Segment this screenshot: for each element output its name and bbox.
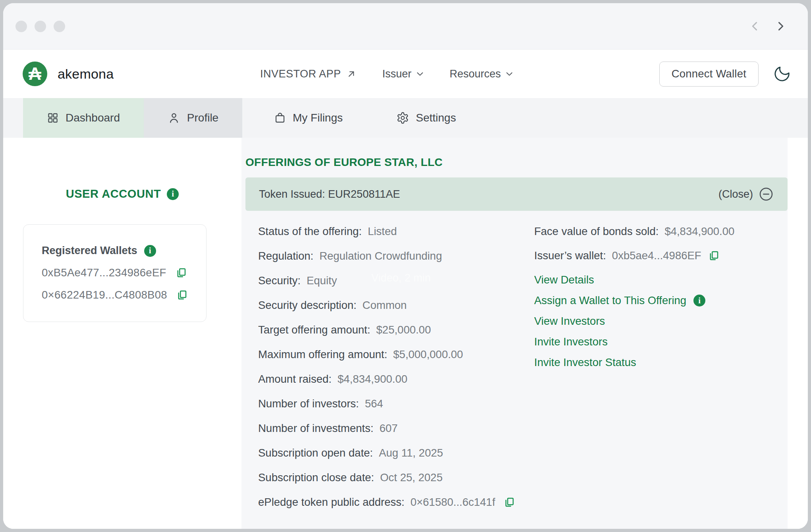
detail-label: ePledge token public address: [258, 496, 404, 509]
offering-panel: OFFERINGS OF EUROPE STAR, LLC Token Issu… [241, 138, 788, 529]
copy-icon[interactable] [503, 496, 515, 508]
detail-row: Regulation: Regulation Crowdfunding [258, 250, 534, 262]
logo-glyph: ₳ [29, 65, 41, 83]
detail-row: Maximum offering amount: $5,000,000.00 [258, 349, 534, 360]
chevron-down-icon [506, 72, 513, 76]
sidebar: USER ACCOUNT Registered Wallets 0xB5Ae47… [3, 138, 241, 529]
detail-value: 564 [365, 397, 383, 410]
detail-label: Number of investors: [258, 397, 359, 410]
nav-issuer-label: Issuer [382, 68, 412, 80]
details-column: Status of the offering: Listed Regulatio… [258, 226, 534, 521]
info-icon[interactable] [144, 245, 156, 257]
detail-label: Subscription open date: [258, 447, 373, 459]
tab-settings[interactable]: Settings [396, 98, 456, 138]
nav-issuer[interactable]: Issuer [382, 68, 424, 80]
detail-label: Security: [258, 274, 301, 287]
tab-bar: Dashboard Profile My Filings Settings [3, 98, 808, 138]
tab-my-filings[interactable]: My Filings [274, 98, 343, 138]
detail-row: Security description: Common [258, 299, 534, 311]
detail-value: $25,000.00 [376, 324, 431, 336]
detail-value: 0×61580...6c141f [410, 496, 495, 509]
detail-value: $5,000,000.00 [393, 348, 463, 361]
scroll-gutter[interactable] [788, 138, 808, 529]
header-nav: INVESTOR APP Issuer Resources [260, 68, 513, 80]
action-link-row: View Investors [534, 315, 788, 327]
registered-wallets-card: Registered Wallets 0xB5Ae477...234986eEF [23, 224, 207, 322]
detail-value: Equity [307, 274, 337, 287]
detail-value: 607 [379, 422, 398, 435]
detail-label: Amount raised: [258, 373, 332, 386]
detail-row: Security: Equity [258, 275, 534, 287]
detail-value: $4,834,900.00 [338, 373, 407, 386]
chevron-down-icon [417, 72, 423, 76]
detail-label: Security description: [258, 299, 357, 312]
detail-value: Aug 11, 2025 [379, 447, 443, 459]
action-link[interactable]: Invite Investor Status [534, 356, 636, 369]
close-label: (Close) [718, 188, 753, 200]
face-value-label: Face value of bonds sold: [534, 225, 658, 238]
dark-mode-toggle-moon-icon[interactable] [773, 65, 791, 83]
user-account-heading-label: USER ACCOUNT [66, 187, 161, 200]
app-header: ₳ akemona INVESTOR APP Issuer Resources [3, 50, 808, 98]
minus-circle-icon [758, 186, 774, 202]
offering-actions: View Details Assign a Wallet to This Off… [534, 274, 788, 368]
nav-resources-label: Resources [450, 68, 501, 80]
connect-wallet-button[interactable]: Connect Wallet [659, 62, 759, 87]
browser-forward-icon[interactable] [774, 19, 787, 33]
grid-icon [47, 112, 59, 124]
detail-label: Maximum offering amount: [258, 348, 387, 361]
detail-row: Number of investments: 607 [258, 422, 534, 434]
nav-resources[interactable]: Resources [450, 68, 513, 80]
wallet-row: 0xB5Ae477...234986eEF [42, 266, 194, 279]
detail-row: ePledge token public address: 0×61580...… [258, 496, 534, 508]
copy-icon[interactable] [175, 267, 187, 279]
wallet-address: 0xB5Ae477...234986eEF [42, 266, 166, 279]
tab-dashboard[interactable]: Dashboard [23, 98, 144, 138]
registered-wallets-title-label: Registered Wallets [42, 245, 137, 257]
info-icon[interactable] [167, 188, 179, 200]
detail-row: Subscription open date: Aug 11, 2025 [258, 447, 534, 459]
registered-wallets-title: Registered Wallets [42, 245, 194, 257]
issuer-wallet-address: 0xb5ae4...4986EF [612, 249, 701, 262]
detail-row: Subscription close date: Oct 25, 2025 [258, 472, 534, 484]
detail-value: Oct 25, 2025 [380, 471, 442, 484]
copy-icon[interactable] [708, 250, 720, 262]
tab-my-filings-label: My Filings [293, 112, 343, 124]
tab-profile-label: Profile [187, 112, 218, 124]
copy-icon[interactable] [176, 289, 188, 301]
user-icon [168, 112, 180, 124]
tab-settings-label: Settings [416, 112, 456, 124]
action-link-row: Invite Investor Status [534, 357, 788, 368]
detail-value: Regulation Crowdfunding [319, 250, 442, 262]
wallet-row: 0×66224B19...C4808B08 [42, 289, 194, 301]
content-area: USER ACCOUNT Registered Wallets 0xB5Ae47… [3, 138, 808, 529]
action-link[interactable]: Assign a Wallet to This Offering [534, 294, 686, 307]
action-link[interactable]: View Details [534, 274, 594, 286]
summary-column: Face value of bonds sold: $4,834,900.00 … [534, 226, 788, 377]
action-link[interactable]: Invite Investors [534, 335, 608, 348]
action-link[interactable]: View Investors [534, 315, 605, 328]
detail-label: Status of the offering: [258, 225, 362, 238]
face-value-row: Face value of bonds sold: $4,834,900.00 [534, 226, 788, 237]
nav-investor-app[interactable]: INVESTOR APP [260, 68, 356, 80]
offerings-title: OFFERINGS OF EUROPE STAR, LLC [245, 156, 788, 169]
detail-label: Regulation: [258, 250, 313, 262]
browser-back-icon[interactable] [748, 19, 762, 33]
token-issued-bar: Token Issued: EUR250811AE (Close) [245, 177, 788, 211]
issuer-wallet-label: Issuer’s wallet: [534, 249, 606, 262]
detail-label: Number of investments: [258, 422, 373, 435]
detail-value: Common [363, 299, 407, 312]
detail-value: Listed [368, 225, 397, 238]
user-account-heading: USER ACCOUNT [3, 187, 241, 200]
bag-icon [274, 112, 286, 124]
close-offering-button[interactable]: (Close) [718, 186, 774, 202]
browser-window: ₳ akemona INVESTOR APP Issuer Resources [3, 3, 808, 529]
info-icon[interactable] [693, 295, 705, 306]
detail-row: Number of investors: 564 [258, 398, 534, 410]
wallet-address: 0×66224B19...C4808B08 [42, 289, 167, 301]
tab-dashboard-label: Dashboard [66, 112, 120, 124]
brand-name: akemona [58, 66, 114, 82]
tab-profile[interactable]: Profile [144, 98, 242, 138]
face-value-amount: $4,834,900.00 [664, 225, 734, 238]
offering-details: Status of the offering: Listed Regulatio… [244, 211, 788, 521]
